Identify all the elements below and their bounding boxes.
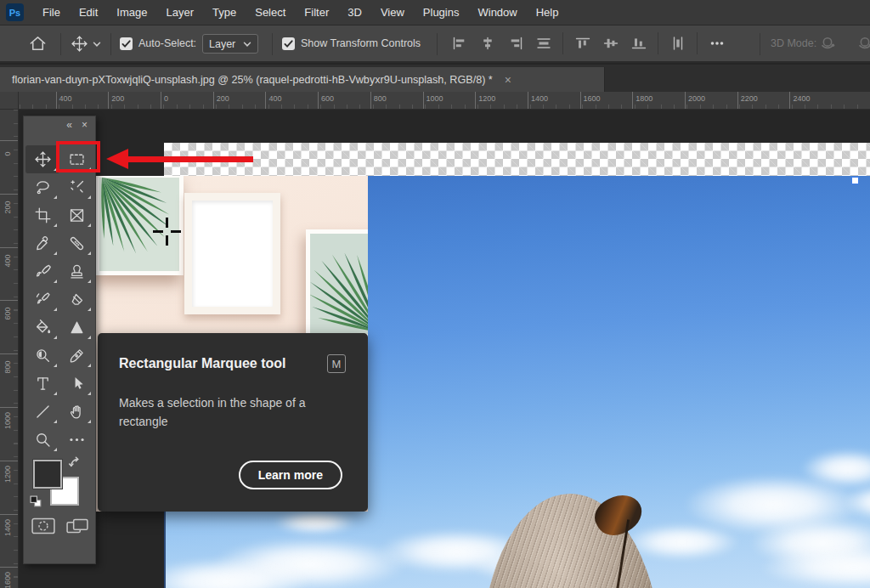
tool-blur[interactable] <box>59 314 93 342</box>
tool-object-selection[interactable] <box>59 173 93 201</box>
home-icon[interactable] <box>28 34 48 54</box>
menu-plugins[interactable]: Plugins <box>414 0 469 25</box>
vertical-ruler[interactable]: 02004006008001000120014001600 <box>0 110 19 588</box>
align-right-edges-icon[interactable] <box>501 37 529 50</box>
close-panel-icon[interactable]: × <box>82 119 88 131</box>
tool-crop[interactable] <box>25 201 59 229</box>
ruler-tick <box>528 92 528 109</box>
distribute-horizontal-centers-icon[interactable] <box>664 37 692 50</box>
tool-pen[interactable] <box>59 342 93 370</box>
menu-select[interactable]: Select <box>246 0 295 25</box>
swap-colors-icon[interactable] <box>69 456 81 467</box>
ruler-tick <box>580 92 581 109</box>
align-horizontal-centers-icon[interactable] <box>473 37 501 50</box>
collapse-panel-icon[interactable]: « <box>66 119 72 131</box>
auto-select-checkbox[interactable] <box>120 37 133 50</box>
flyout-corner-icon <box>88 420 91 423</box>
tool-hand[interactable] <box>59 398 93 426</box>
distribute-vertical-centers-icon[interactable] <box>529 37 557 50</box>
menu-bar: Ps FileEditImageLayerTypeSelectFilter3DV… <box>0 0 870 25</box>
menu-image[interactable]: Image <box>107 0 156 25</box>
flyout-corner-icon <box>54 364 57 367</box>
tool-eyedropper[interactable] <box>25 229 59 257</box>
ruler-corner[interactable] <box>0 92 19 110</box>
auto-select-layer-dropdown[interactable]: Layer <box>202 34 258 54</box>
menu-view[interactable]: View <box>371 0 414 25</box>
document-tab[interactable]: florian-van-duyn-pXToxwjqliQ-unsplash.jp… <box>0 67 605 92</box>
ruler-label: 1600 <box>584 94 601 103</box>
ruler-label: 400 <box>268 94 281 103</box>
ruler-tick <box>370 92 371 109</box>
orbit-3d-icon[interactable] <box>856 35 870 50</box>
ruler-tick <box>685 92 686 109</box>
tool-path-selection[interactable] <box>59 370 93 398</box>
tool-dodge[interactable] <box>25 342 59 370</box>
ruler-label: 400 <box>59 94 72 103</box>
tool-clone-stamp[interactable] <box>59 257 93 286</box>
tool-preset-chevron-down-icon[interactable] <box>93 41 101 48</box>
default-colors-icon[interactable] <box>30 495 42 507</box>
screen-mode-button[interactable] <box>66 517 88 534</box>
tool-lasso[interactable] <box>25 173 59 201</box>
transform-handle[interactable] <box>851 177 859 184</box>
tool-type[interactable] <box>25 370 59 398</box>
tool-eraser[interactable] <box>59 286 93 314</box>
tab-close-icon[interactable]: × <box>505 73 511 87</box>
ruler-label: 2200 <box>741 94 758 103</box>
flyout-corner-icon <box>54 223 57 227</box>
transparency-checkerboard <box>164 143 870 176</box>
ruler-tick <box>475 92 476 109</box>
empty-white-frame <box>184 193 280 314</box>
current-tool-move-icon[interactable] <box>71 35 88 53</box>
divider <box>110 33 111 55</box>
tooltip-description: Makes a selection in the shape of a rect… <box>119 394 357 431</box>
divider <box>437 33 438 55</box>
flyout-corner-icon <box>54 308 57 311</box>
learn-more-button[interactable]: Learn more <box>239 461 342 489</box>
palm-leaf-frame-left <box>95 176 184 275</box>
flyout-corner-icon <box>54 448 57 451</box>
align-vertical-centers-icon[interactable] <box>596 37 624 50</box>
flyout-corner-icon <box>88 308 91 311</box>
tool-history-brush[interactable] <box>25 286 59 314</box>
menu-window[interactable]: Window <box>468 0 526 25</box>
menu-edit[interactable]: Edit <box>70 0 107 25</box>
ruler-label: 0 <box>3 141 12 167</box>
document-tab-bar: florian-van-duyn-pXToxwjqliQ-unsplash.jp… <box>0 65 870 92</box>
horizontal-ruler[interactable]: 4002000200400600800100012001400160018002… <box>19 92 870 110</box>
flyout-corner-icon <box>54 252 57 255</box>
ruler-tick <box>56 92 57 109</box>
palm-leaf-frame-right <box>306 229 368 338</box>
menu-file[interactable]: File <box>33 0 70 25</box>
show-transform-checkbox[interactable] <box>282 37 295 50</box>
divider <box>697 32 698 54</box>
flyout-corner-icon <box>88 223 91 227</box>
tool-move[interactable] <box>25 145 59 173</box>
toolbox-panel: « × <box>23 116 96 564</box>
flyout-corner-icon <box>88 364 91 367</box>
tool-frame[interactable] <box>59 201 93 229</box>
tooltip-title: Rectangular Marquee tool <box>119 356 285 371</box>
ruler-label: 1600 <box>3 568 12 588</box>
more-options-icon[interactable] <box>703 37 731 50</box>
quick-mask-button[interactable] <box>31 517 55 534</box>
menu-3d[interactable]: 3D <box>338 0 371 25</box>
tool-spot-healing-brush[interactable] <box>59 229 93 257</box>
align-top-edges-icon[interactable] <box>568 37 596 50</box>
align-left-edges-icon[interactable] <box>445 37 473 50</box>
tool-zoom[interactable] <box>25 426 59 454</box>
foreground-color-swatch[interactable] <box>33 460 62 489</box>
menu-type[interactable]: Type <box>203 0 246 25</box>
align-bottom-edges-icon[interactable] <box>624 37 652 50</box>
tool-paint-bucket[interactable] <box>25 314 59 342</box>
menu-filter[interactable]: Filter <box>295 0 338 25</box>
menu-help[interactable]: Help <box>527 0 568 25</box>
ruler-label: 2000 <box>688 94 705 103</box>
orbit-3d-icon[interactable] <box>819 35 836 50</box>
tool-line[interactable] <box>25 398 59 426</box>
ruler-label: 200 <box>217 94 229 103</box>
tool-edit-toolbar[interactable] <box>59 426 93 454</box>
photoshop-logo[interactable]: Ps <box>6 3 24 21</box>
tool-brush[interactable] <box>25 257 59 286</box>
menu-layer[interactable]: Layer <box>157 0 204 25</box>
